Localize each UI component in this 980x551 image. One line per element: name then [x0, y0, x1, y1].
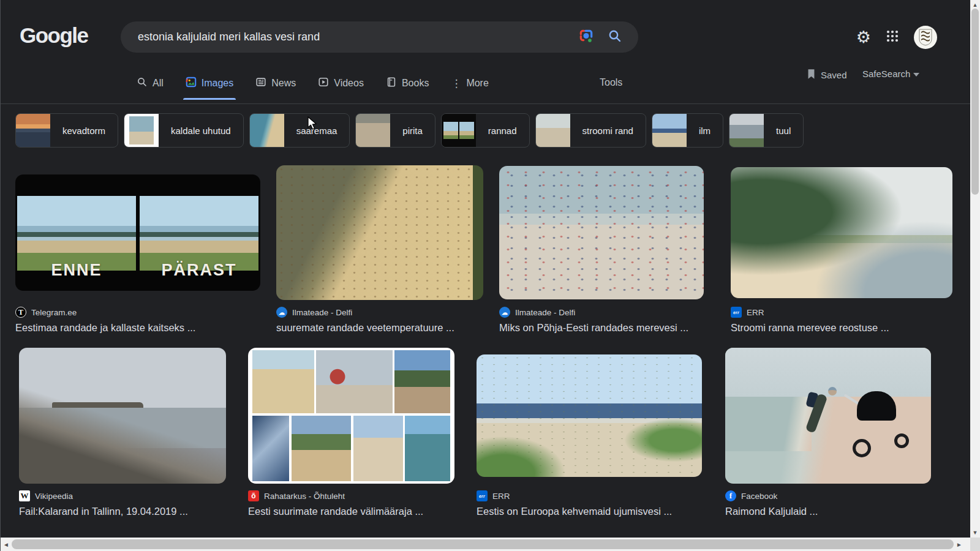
account-avatar-icon[interactable] [914, 26, 937, 49]
chip-label: pirita [390, 126, 435, 136]
search-input[interactable]: estonia kaljulaid meri kallas vesi rand [138, 31, 578, 43]
result-source[interactable]: err ERR [731, 307, 952, 318]
chip-stroomi-rand[interactable]: stroomi rand [535, 113, 646, 148]
result-title[interactable]: Miks on Põhja-Eesti randades merevesi ..… [499, 322, 704, 334]
chip-thumbnail [442, 113, 476, 148]
result-card: err ERR Eestis on Euroopa kehvemaid ujum… [477, 348, 702, 517]
books-icon [386, 77, 397, 90]
result-source[interactable]: err ERR [477, 490, 702, 501]
result-card: ENNE PÄRAST T Telegram.ee Eestimaa randa… [15, 165, 260, 334]
result-image[interactable] [477, 354, 702, 477]
chip-kevadtorm[interactable]: kevadtorm [15, 113, 118, 148]
wikipedia-favicon: W [19, 490, 30, 501]
result-image[interactable] [499, 166, 704, 299]
result-title[interactable]: Eesti suurimate randade välimääraja ... [248, 506, 454, 517]
chip-label: tuul [764, 126, 803, 136]
tab-videos[interactable]: Videos [318, 77, 364, 91]
tab-more-label: More [466, 78, 488, 89]
vertical-scrollbar-thumb[interactable] [971, 9, 979, 195]
google-apps-icon[interactable] [886, 29, 899, 45]
tab-all[interactable]: All [137, 77, 164, 91]
result-image[interactable] [725, 348, 931, 484]
horizontal-scrollbar-thumb[interactable] [12, 539, 954, 549]
result-title[interactable]: Eestimaa randade ja kallaste kaitseks ..… [15, 322, 260, 334]
result-card: ☁ Ilmateade - Delfi suuremate randade ve… [276, 165, 483, 334]
settings-gear-icon[interactable]: ⚙ [856, 29, 871, 46]
result-source[interactable]: ☁ Ilmateade - Delfi [499, 307, 704, 318]
scrollbar-corner [970, 538, 980, 551]
videos-icon [318, 77, 329, 90]
search-icon[interactable] [608, 29, 622, 46]
result-image[interactable] [19, 348, 226, 484]
result-image[interactable] [248, 348, 454, 484]
tools-button[interactable]: Tools [600, 77, 622, 88]
result-source[interactable]: õ Rahatarkus - Õhtuleht [248, 490, 454, 501]
chip-rannad[interactable]: rannad [441, 113, 530, 148]
horizontal-scrollbar[interactable]: ◄ ► [1, 538, 971, 551]
result-title[interactable]: Raimond Kaljulaid ... [725, 506, 931, 517]
result-title[interactable]: Fail:Kalarand in Tallinn, 19.04.2019 ... [19, 506, 226, 517]
chip-label: ilm [687, 126, 723, 136]
result-source[interactable]: f Facebook [725, 490, 931, 501]
vertical-scrollbar[interactable]: ▲ ▼ [970, 0, 980, 538]
divider [1, 103, 971, 104]
chip-tuul[interactable]: tuul [729, 113, 804, 148]
scroll-right-arrow[interactable]: ► [954, 538, 965, 551]
scroll-down-arrow[interactable]: ▼ [970, 528, 980, 538]
result-source[interactable]: T Telegram.ee [15, 307, 260, 318]
tab-news[interactable]: News [255, 77, 296, 91]
bookmark-icon [807, 69, 816, 81]
delfi-favicon: ☁ [276, 307, 287, 318]
tab-books[interactable]: Books [386, 77, 429, 91]
search-bar[interactable]: estonia kaljulaid meri kallas vesi rand [121, 21, 638, 53]
facebook-favicon: f [725, 490, 736, 501]
result-image[interactable] [276, 165, 483, 300]
chip-thumbnail [729, 113, 764, 148]
chip-label: kaldale uhutud [159, 126, 243, 136]
source-label: Facebook [741, 492, 777, 501]
result-card: õ Rahatarkus - Õhtuleht Eesti suurimate … [248, 348, 454, 517]
chip-thumbnail [356, 113, 390, 148]
all-search-icon [137, 77, 148, 90]
scroll-left-arrow[interactable]: ◄ [1, 538, 12, 551]
delfi-favicon: ☁ [499, 307, 510, 318]
chip-kaldale-uhutud[interactable]: kaldale uhutud [124, 113, 244, 148]
result-card: W Vikipeedia Fail:Kalarand in Tallinn, 1… [19, 348, 226, 517]
safesearch-label: SafeSearch [862, 69, 910, 79]
tab-news-label: News [271, 78, 296, 89]
ohtuleht-favicon: õ [248, 490, 259, 501]
result-card: f Facebook Raimond Kaljulaid ... [725, 348, 931, 517]
chip-pirita[interactable]: pirita [355, 113, 435, 148]
google-logo[interactable]: Google [20, 23, 88, 48]
tab-more[interactable]: ⋮ More [451, 77, 488, 91]
chip-saaremaa[interactable]: saaremaa [249, 113, 350, 148]
result-title[interactable]: Stroomi ranna merevee reostuse ... [731, 322, 952, 334]
search-tabs: All Images News Videos Books ⋮ More [137, 72, 489, 96]
chip-thumbnail [124, 113, 159, 148]
chip-ilm[interactable]: ilm [652, 113, 723, 148]
saved-label: Saved [821, 70, 847, 80]
images-icon [186, 77, 197, 90]
google-lens-icon[interactable] [578, 28, 594, 47]
result-image[interactable] [731, 167, 952, 298]
tab-images[interactable]: Images [186, 77, 233, 91]
more-dots-icon: ⋮ [451, 77, 461, 90]
tab-videos-label: Videos [334, 78, 364, 89]
chip-thumbnail [536, 113, 570, 148]
image-text-enne: ENNE [15, 261, 138, 280]
result-title[interactable]: suuremate randade veetemperatuure ... [276, 322, 483, 334]
image-text-parast: PÄRAST [138, 261, 260, 280]
source-label: ERR [492, 492, 510, 501]
result-image[interactable]: ENNE PÄRAST [15, 174, 260, 291]
tab-all-label: All [153, 78, 164, 89]
safesearch-dropdown[interactable]: SafeSearch [862, 69, 919, 79]
result-source[interactable]: W Vikipeedia [19, 490, 226, 501]
tab-books-label: Books [402, 78, 429, 89]
chip-label: stroomi rand [570, 126, 646, 136]
chip-label: rannad [476, 126, 529, 136]
result-title[interactable]: Eestis on Euroopa kehvemaid ujumisvesi .… [477, 506, 702, 517]
telegram-favicon: T [15, 307, 26, 318]
saved-button[interactable]: Saved [807, 69, 847, 81]
result-source[interactable]: ☁ Ilmateade - Delfi [276, 307, 483, 318]
source-label: Vikipeedia [35, 492, 73, 501]
